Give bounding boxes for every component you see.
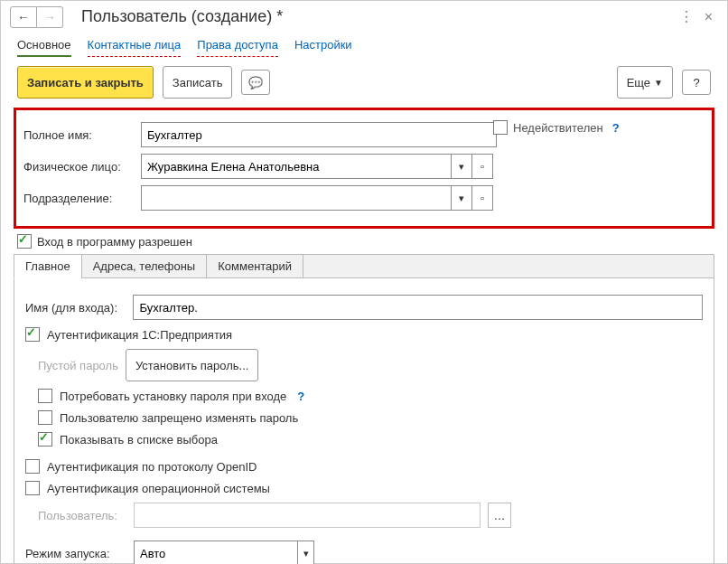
auth-openid-label: Аутентификация по протоколу OpenID	[47, 460, 257, 474]
show-in-list-label: Показывать в списке выбора	[60, 433, 218, 446]
auth-openid-checkbox[interactable]	[25, 459, 40, 474]
inner-tab-main[interactable]: Главное	[14, 254, 82, 278]
login-allowed-checkbox[interactable]	[17, 234, 32, 249]
top-tab-main[interactable]: Основное	[17, 38, 71, 57]
more-label: Еще	[627, 76, 650, 89]
nav-forward-button[interactable]: →	[37, 6, 63, 28]
person-label: Физическое лицо:	[23, 160, 141, 174]
forbid-change-pwd-label: Пользователю запрещено изменять пароль	[60, 411, 298, 425]
nav-back-button[interactable]: ←	[10, 6, 37, 28]
close-icon[interactable]: ×	[699, 5, 718, 29]
fullname-input[interactable]	[141, 122, 497, 147]
auth-os-label: Аутентификация операционной системы	[47, 482, 270, 495]
menu-dots-icon[interactable]: ⋮	[674, 5, 699, 29]
top-tab-contacts[interactable]: Контактные лица	[88, 38, 182, 57]
discuss-button[interactable]: 💬	[241, 70, 270, 95]
auth-1c-checkbox[interactable]	[25, 327, 40, 342]
department-dropdown-button[interactable]: ▾	[451, 185, 471, 211]
launch-mode-dropdown-button[interactable]: ▾	[297, 540, 314, 564]
require-pwd-checkbox[interactable]	[38, 389, 52, 403]
open-ref-icon: ▫	[481, 161, 484, 172]
department-input[interactable]	[141, 185, 451, 211]
chevron-down-icon: ▾	[459, 193, 464, 204]
auth-1c-label: Аутентификация 1С:Предприятия	[47, 328, 232, 342]
chevron-down-icon: ▼	[654, 78, 663, 88]
login-allowed-label: Вход в программу разрешен	[37, 235, 192, 249]
auth-os-checkbox[interactable]	[25, 481, 40, 495]
chevron-down-icon: ▾	[459, 161, 464, 173]
more-button[interactable]: Еще▼	[617, 66, 673, 99]
department-label: Подразделение:	[23, 192, 141, 205]
help-button[interactable]: ?	[682, 70, 711, 95]
require-pwd-label: Потребовать установку пароля при входе	[60, 390, 286, 403]
inactive-help[interactable]: ?	[612, 121, 620, 135]
os-user-input	[134, 503, 481, 528]
login-name-label: Имя (для входа):	[25, 301, 126, 315]
save-close-button[interactable]: Записать и закрыть	[17, 66, 154, 99]
os-user-label: Пользователь:	[38, 509, 126, 522]
launch-mode-input[interactable]	[134, 540, 297, 564]
open-ref-icon: ▫	[481, 193, 484, 203]
inner-tab-comment[interactable]: Комментарий	[206, 254, 303, 278]
person-dropdown-button[interactable]: ▾	[451, 154, 471, 179]
fullname-label: Полное имя:	[23, 128, 141, 142]
launch-mode-label: Режим запуска:	[25, 547, 126, 560]
os-user-select-button[interactable]: …	[488, 503, 511, 528]
set-password-button[interactable]: Установить пароль...	[126, 349, 258, 381]
department-open-button[interactable]: ▫	[471, 185, 493, 211]
inactive-label: Недействителен	[513, 121, 603, 135]
save-button[interactable]: Записать	[163, 66, 233, 99]
forbid-change-pwd-checkbox[interactable]	[38, 410, 52, 425]
chevron-down-icon: ▾	[303, 548, 309, 559]
person-input[interactable]	[141, 154, 451, 179]
inactive-checkbox[interactable]	[493, 120, 508, 135]
discuss-icon: 💬	[248, 76, 263, 89]
require-pwd-help[interactable]: ?	[297, 390, 304, 403]
window-title: Пользователь (создание) *	[81, 7, 674, 26]
top-tab-access[interactable]: Права доступа	[197, 38, 278, 57]
top-tab-settings[interactable]: Настройки	[294, 38, 352, 57]
person-open-button[interactable]: ▫	[471, 154, 493, 179]
inner-tab-addresses[interactable]: Адреса, телефоны	[81, 254, 208, 278]
login-name-input[interactable]	[133, 295, 703, 320]
empty-password-text: Пустой пароль	[38, 359, 118, 372]
show-in-list-checkbox[interactable]	[38, 432, 52, 446]
